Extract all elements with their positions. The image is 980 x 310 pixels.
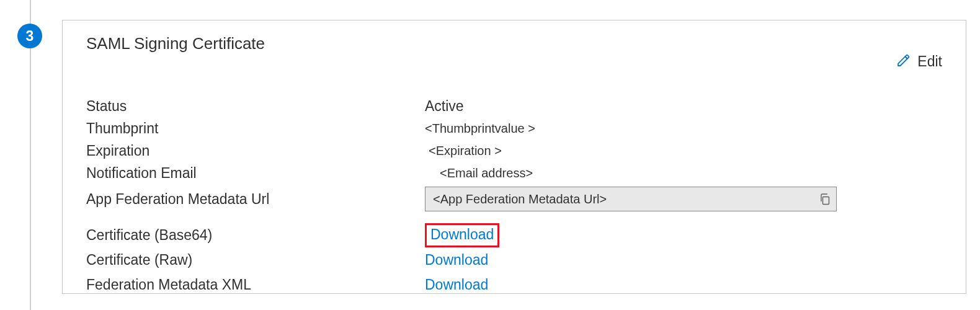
step-number-badge: 3 (17, 24, 42, 48)
download-section: Certificate (Base64) Download Certificat… (86, 223, 942, 297)
cert-raw-download-link[interactable]: Download (425, 252, 488, 268)
metadata-url-label: App Federation Metadata Url (86, 191, 425, 208)
cert-base64-label: Certificate (Base64) (86, 227, 425, 244)
expiration-label: Expiration (86, 143, 425, 159)
fed-xml-download-link[interactable]: Download (425, 277, 488, 293)
pencil-icon (896, 53, 911, 70)
metadata-url-row: App Federation Metadata Url (86, 184, 942, 214)
cert-raw-row: Certificate (Raw) Download (86, 247, 942, 272)
expiration-value: <Expiration > (425, 144, 502, 158)
saml-signing-certificate-card: SAML Signing Certificate Edit Status Act… (62, 20, 966, 294)
metadata-url-input[interactable] (433, 192, 819, 206)
notification-email-value: <Email address> (425, 166, 533, 180)
cert-base64-download-link[interactable]: Download (425, 223, 499, 247)
fed-xml-row: Federation Metadata XML Download (86, 272, 942, 297)
thumbprint-label: Thumbprint (86, 120, 425, 137)
edit-button[interactable]: Edit (896, 34, 942, 70)
svg-rect-0 (823, 197, 829, 205)
cert-base64-row: Certificate (Base64) Download (86, 223, 942, 247)
edit-label: Edit (917, 53, 942, 70)
notification-email-row: Notification Email <Email address> (86, 162, 942, 184)
copy-icon[interactable] (819, 193, 831, 205)
card-header: SAML Signing Certificate Edit (86, 34, 942, 70)
thumbprint-value: <Thumbprintvalue > (425, 122, 535, 136)
expiration-row: Expiration <Expiration > (86, 140, 942, 162)
fields-section: Status Active Thumbprint <Thumbprintvalu… (86, 95, 942, 214)
status-row: Status Active (86, 95, 942, 117)
metadata-url-field (425, 187, 837, 211)
cert-raw-label: Certificate (Raw) (86, 252, 425, 268)
status-value: Active (425, 98, 464, 115)
status-label: Status (86, 98, 425, 115)
card-title: SAML Signing Certificate (86, 34, 265, 53)
step-number: 3 (26, 28, 34, 45)
thumbprint-row: Thumbprint <Thumbprintvalue > (86, 117, 942, 140)
fed-xml-label: Federation Metadata XML (86, 277, 425, 293)
notification-email-label: Notification Email (86, 165, 425, 182)
